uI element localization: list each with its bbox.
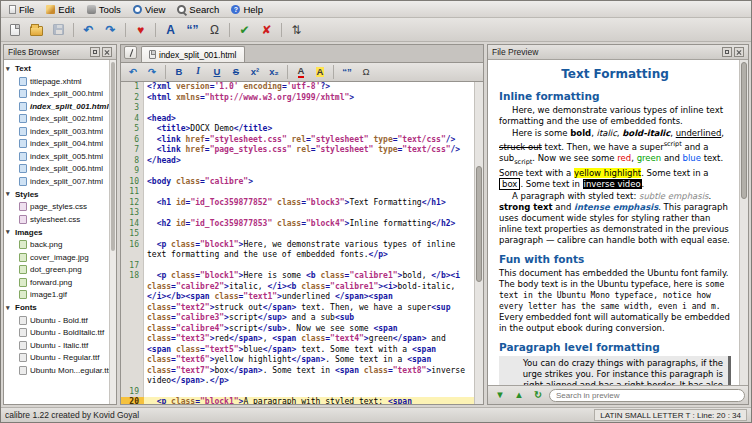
insert-special-character-button[interactable]: Ω xyxy=(357,64,375,80)
text-run: and xyxy=(553,202,574,212)
float-panel-icon[interactable] xyxy=(90,47,100,57)
strikethrough-button[interactable]: S xyxy=(227,64,245,80)
tree-section-fonts[interactable]: ▾Fonts xyxy=(4,301,116,314)
tab-index-split-001[interactable]: index_split_001.html xyxy=(141,46,245,62)
code-line[interactable]: 19 xyxy=(121,387,474,398)
file-item[interactable]: index_split_005.html xyxy=(4,150,116,163)
code-line[interactable]: 16 <p class="block1">Here, we demonstrat… xyxy=(121,240,474,261)
menu-view[interactable]: View xyxy=(127,1,171,17)
menu-edit[interactable]: Edit xyxy=(40,1,80,17)
undo-button[interactable]: ↶ xyxy=(78,20,99,40)
code-line[interactable]: 17 xyxy=(121,261,474,272)
text-run: script xyxy=(514,158,532,166)
smarten-punctuation-button[interactable]: “” xyxy=(338,64,356,80)
code-line[interactable]: 11 xyxy=(121,187,474,198)
tree-section-text[interactable]: ▾Text xyxy=(4,62,116,75)
underline-button[interactable]: U xyxy=(208,64,226,80)
file-item[interactable]: back.png xyxy=(4,239,116,252)
file-item[interactable]: index_split_002.html xyxy=(4,113,116,126)
file-item[interactable]: index_split_007.html xyxy=(4,175,116,188)
bold-button[interactable]: B xyxy=(170,64,188,80)
float-panel-icon[interactable] xyxy=(722,47,732,57)
file-item[interactable]: index_split_001.html xyxy=(4,100,116,113)
save-book-button[interactable] xyxy=(48,20,69,40)
refresh-preview-button[interactable]: ↻ xyxy=(529,387,547,403)
remove-unused-css-button[interactable]: ✘ xyxy=(256,20,277,40)
code-line[interactable]: 10<body class="calibre"> xyxy=(121,177,474,188)
donate-button[interactable]: ♥ xyxy=(130,20,151,40)
file-item[interactable]: cover_image.jpg xyxy=(4,251,116,264)
superscript-button[interactable]: x² xyxy=(246,64,264,80)
menu-help[interactable]: Help xyxy=(225,1,269,17)
code-area[interactable]: 1<?xml version='1.0' encoding='utf-8'?>2… xyxy=(121,82,474,404)
scrollbar-thumb[interactable] xyxy=(111,62,115,251)
file-item[interactable]: Ubuntu - BoldItalic.ttf xyxy=(4,327,116,340)
menu-tools[interactable]: Tools xyxy=(81,1,127,17)
arrange-files-button[interactable]: ⇅ xyxy=(286,20,307,40)
file-item[interactable]: index_split_003.html xyxy=(4,125,116,138)
editor-scrollbar[interactable] xyxy=(474,82,483,404)
close-panel-icon[interactable] xyxy=(734,47,744,57)
code-line[interactable]: 9 xyxy=(121,166,474,177)
file-item[interactable]: titlepage.xhtml xyxy=(4,75,116,88)
tab-label: index_split_001.html xyxy=(159,50,237,60)
file-item[interactable]: Ubuntu - Italic.ttf xyxy=(4,339,116,352)
file-item[interactable]: Ubuntu Mon...egular.ttf xyxy=(4,364,116,377)
code-line[interactable]: 1<?xml version='1.0' encoding='utf-8'?> xyxy=(121,82,474,93)
close-panel-icon[interactable] xyxy=(102,47,112,57)
code-line[interactable]: 4<head> xyxy=(121,114,474,125)
subscript-button[interactable]: x₂ xyxy=(265,64,283,80)
redo-button[interactable]: ↷ xyxy=(143,64,161,80)
open-book-button[interactable] xyxy=(26,20,47,40)
file-item[interactable]: page_styles.css xyxy=(4,201,116,214)
menu-file[interactable]: File xyxy=(3,1,40,17)
redo-button[interactable]: ↷ xyxy=(100,20,121,40)
file-item[interactable]: dot_green.png xyxy=(4,264,116,277)
file-item[interactable]: index_split_006.html xyxy=(4,163,116,176)
code-line[interactable]: 6 <link href="stylesheet.css" rel="style… xyxy=(121,135,474,146)
smarten-punctuation-button[interactable]: “” xyxy=(182,20,203,40)
undo-button[interactable]: ↶ xyxy=(124,64,142,80)
find-previous-button[interactable]: ▲ xyxy=(510,387,528,403)
code-line[interactable]: 8</head> xyxy=(121,156,474,167)
file-item[interactable]: stylesheet.css xyxy=(4,213,116,226)
find-next-button[interactable]: ▼ xyxy=(491,387,509,403)
file-item[interactable]: Ubuntu - Regular.ttf xyxy=(4,352,116,365)
file-item[interactable]: image1.gif xyxy=(4,289,116,302)
background-color-button[interactable]: A xyxy=(311,64,329,80)
line-number: 5 xyxy=(121,124,144,135)
font-icon: A xyxy=(166,24,175,36)
tree-section-images[interactable]: ▾Images xyxy=(4,226,116,239)
code-editor[interactable]: 1<?xml version='1.0' encoding='utf-8'?>2… xyxy=(120,82,484,405)
preview-search-input[interactable] xyxy=(549,389,745,402)
code-line[interactable]: 7 <link href="page_styles.css" rel="styl… xyxy=(121,145,474,156)
tree-section-styles[interactable]: ▾Styles xyxy=(4,188,116,201)
text-color-button[interactable]: A xyxy=(292,64,310,80)
embed-fonts-button[interactable]: A xyxy=(160,20,181,40)
preview-scrollbar[interactable] xyxy=(739,60,748,385)
code-line[interactable]: 12 <h1 id="id_Toc359877852" class="block… xyxy=(121,198,474,209)
file-item[interactable]: Ubuntu - Bold.ttf xyxy=(4,314,116,327)
code-line[interactable]: 13 xyxy=(121,208,474,219)
file-item[interactable]: forward.png xyxy=(4,276,116,289)
new-book-button[interactable] xyxy=(4,20,25,40)
code-line[interactable]: 14 <h2 id="id_Toc359877853" class="block… xyxy=(121,219,474,230)
code-line[interactable]: 2<html xmlns="http://www.w3.org/1999/xht… xyxy=(121,93,474,104)
code-line[interactable]: 5 <title>DOCX Demo</title> xyxy=(121,124,474,135)
italic-button[interactable]: I xyxy=(189,64,207,80)
files-tree-scrollbar[interactable] xyxy=(109,60,116,404)
code-line[interactable]: 15 xyxy=(121,229,474,240)
check-book-button[interactable]: ✔ xyxy=(234,20,255,40)
file-item[interactable]: index_split_000.html xyxy=(4,88,116,101)
view-icon xyxy=(133,5,142,14)
split-view-icon[interactable] xyxy=(124,46,137,59)
file-item[interactable]: index_split_004.html xyxy=(4,138,116,151)
code-line[interactable]: 20 <p class="block1">A paragraph with st… xyxy=(121,397,474,404)
scrollbar-thumb[interactable] xyxy=(741,62,747,199)
insert-special-character-button[interactable]: Ω xyxy=(204,20,225,40)
menu-search[interactable]: Search xyxy=(171,1,225,17)
code-line[interactable]: 18 <p class="block1">Here is some <b cla… xyxy=(121,271,474,387)
code-line[interactable]: 3 xyxy=(121,103,474,114)
scrollbar-thumb[interactable] xyxy=(476,166,482,282)
html-file-icon xyxy=(19,164,27,173)
